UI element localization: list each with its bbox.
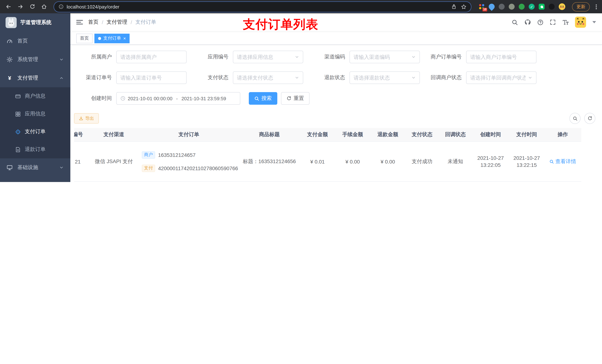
col-notify-status: 回调状态 [439, 131, 472, 138]
avatar-caret-icon[interactable] [592, 21, 596, 23]
site-info-icon[interactable] [58, 4, 64, 9]
view-detail-link[interactable]: 查看详情 [549, 158, 576, 165]
extension-chat-icon[interactable] [539, 4, 545, 10]
extension-colored-icon[interactable]: 10 [478, 3, 485, 10]
url-bar[interactable]: localhost:1024/pay/order [54, 2, 471, 12]
filter-label-merchant: 所属商户 [74, 54, 116, 60]
chrome-menu-icon[interactable] [594, 4, 598, 9]
app-filter-input[interactable] [237, 54, 292, 60]
refund-status-select[interactable] [350, 71, 420, 84]
cell-created-time: 2021-10-2713:22:05 [472, 142, 509, 181]
cell-amount: ¥ 0.01 [300, 182, 335, 182]
sidebar-item-payment[interactable]: ¥ 支付管理 [0, 69, 70, 87]
reset-button[interactable]: 重置 [281, 92, 310, 105]
app-filter-select[interactable] [233, 51, 303, 63]
col-refund: 退款金额 [370, 131, 405, 138]
create-time-range-picker[interactable]: 2021-10-01 00:00:00 - 2021-10-31 23:59:5… [116, 92, 240, 105]
sidebar-item-merchant-info[interactable]: 商户信息 [0, 87, 70, 105]
sidebar-item-dev-tools[interactable]: 研发工具 [0, 177, 70, 182]
content: 所属商户 应用编号 [70, 45, 602, 182]
breadcrumb-separator: / [102, 19, 103, 25]
cell-channel: 微信 JSAPI 支付 [89, 142, 139, 181]
sidebar-item-infra[interactable]: 基础设施 [0, 158, 70, 177]
filter-label-pay-status: 支付状态 [191, 74, 233, 81]
sidebar-item-label: 支付订单 [25, 128, 45, 135]
fullscreen-icon[interactable] [550, 19, 556, 25]
search-icon[interactable] [512, 19, 518, 25]
view-detail-label: 查看详情 [555, 158, 576, 165]
hamburger-icon[interactable] [76, 20, 83, 24]
card-icon [15, 93, 21, 99]
sidebar-item-refund-order[interactable]: 退款订单 [0, 141, 70, 158]
reload-icon[interactable] [27, 2, 37, 11]
font-size-icon[interactable] [562, 19, 569, 26]
cell-created-time: 2021-10-2713:19:09 [472, 182, 509, 182]
pay-status-input[interactable] [237, 75, 292, 81]
date-start-value[interactable]: 2021-10-01 00:00:00 [128, 96, 172, 101]
filter-label-channel-order-no: 渠道订单号 [74, 74, 116, 81]
sidebar-item-pay-order[interactable]: 支付订单 [0, 123, 70, 141]
notify-status-select[interactable] [466, 71, 537, 84]
tab-pay-order[interactable]: 支付订单 × [94, 33, 129, 43]
tags-view: 首页 支付订单 × [70, 31, 602, 45]
sidebar-item-label: 退款订单 [25, 146, 45, 153]
search-button[interactable]: 搜索 [249, 92, 277, 105]
merchant-filter[interactable] [116, 51, 187, 63]
col-amount: 支付金额 [300, 131, 335, 138]
forward-icon[interactable] [16, 2, 25, 11]
channel-code-input[interactable] [354, 54, 409, 60]
github-icon[interactable] [524, 19, 531, 26]
refund-status-input[interactable] [354, 75, 409, 81]
toggle-search-button[interactable] [570, 113, 580, 124]
user-avatar[interactable] [575, 17, 586, 28]
sidebar-item-app-info[interactable]: 应用信息 [0, 105, 70, 123]
logo[interactable]: 芋道管理系统 [0, 13, 70, 32]
sidebar-item-label: 系统管理 [17, 56, 38, 63]
tab-home[interactable]: 首页 [76, 33, 93, 43]
extension-green-icon[interactable] [519, 4, 525, 10]
help-icon[interactable] [537, 19, 544, 25]
sidebar-item-label: 支付管理 [17, 75, 38, 81]
merchant-order-no-filter[interactable] [466, 51, 537, 63]
export-button[interactable]: 导出 [74, 113, 99, 124]
breadcrumb-home[interactable]: 首页 [88, 19, 98, 26]
extension-gray-icon[interactable] [499, 4, 505, 10]
extension-check-icon[interactable]: ✓ [529, 4, 535, 10]
profile-avatar-icon[interactable] [559, 3, 565, 10]
channel-code-select[interactable] [350, 51, 420, 63]
refresh-table-button[interactable] [584, 113, 595, 124]
cell-notify-status: 未通知 [439, 142, 472, 181]
sidebar-item-system[interactable]: 系统管理 [0, 50, 70, 69]
extension-olive-icon[interactable] [509, 4, 515, 10]
cell-paid-time: 2021-10-2713:19:15 [509, 182, 544, 182]
top-header: 首页 / 支付管理 / 支付订单 [70, 13, 602, 31]
home-icon[interactable] [39, 2, 49, 11]
extension-drop-icon[interactable] [487, 2, 496, 11]
merchant-order-no-input[interactable] [470, 54, 532, 60]
channel-pay-no: 4200001174202110278060590766 [158, 165, 238, 171]
back-icon[interactable] [4, 2, 13, 11]
bookmark-star-icon[interactable] [461, 4, 466, 10]
cell-actions: 查看详情 [544, 182, 581, 182]
col-paid-time: 支付时间 [509, 131, 544, 138]
chrome-update-button[interactable]: 更新 [572, 2, 590, 11]
breadcrumb: 首页 / 支付管理 / 支付订单 [88, 19, 156, 26]
tab-close-icon[interactable]: × [123, 36, 126, 41]
merchant-filter-input[interactable] [120, 54, 183, 60]
share-icon[interactable] [451, 4, 456, 9]
merchant-tag: 商户 [142, 151, 155, 158]
pay-status-select[interactable] [233, 71, 303, 84]
sidebar-item-home[interactable]: 首页 [0, 32, 70, 50]
page: localhost:1024/pay/order 10 ✓ [0, 0, 602, 182]
channel-order-no-input[interactable] [120, 75, 183, 81]
date-end-value[interactable]: 2021-10-31 23:59:59 [182, 96, 226, 101]
yen-icon: ¥ [7, 75, 13, 81]
chevron-down-icon [528, 75, 532, 80]
extension-dark-icon[interactable] [549, 4, 555, 10]
table-row: 20 微信 JSAPI 支付 商户 1635311949168 支付 42000… [74, 182, 581, 182]
channel-order-no-filter[interactable] [116, 71, 187, 84]
url-text[interactable]: localhost:1024/pay/order [67, 4, 448, 10]
breadcrumb-pay-management[interactable]: 支付管理 [107, 19, 127, 26]
sidebar: 芋道管理系统 首页 系统管理 ¥ 支付管理 [0, 13, 70, 182]
notify-status-input[interactable] [470, 75, 526, 81]
